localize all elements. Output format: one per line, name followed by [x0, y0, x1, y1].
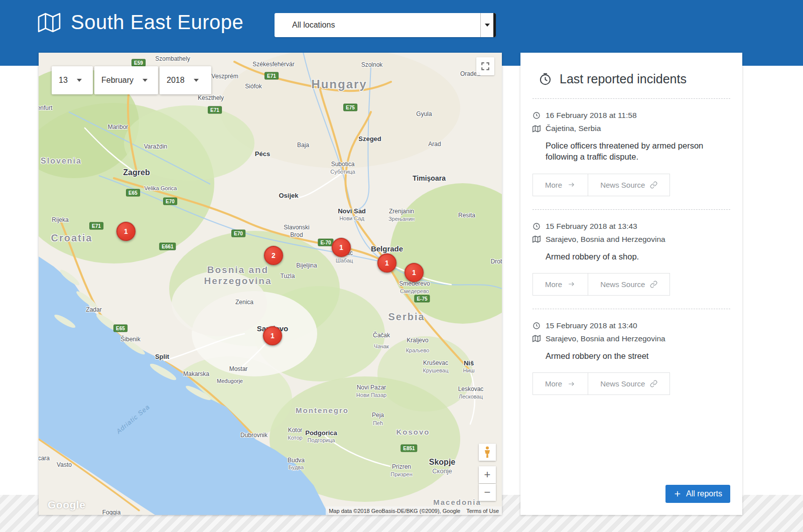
divider	[532, 309, 730, 309]
more-label: More	[545, 280, 562, 289]
marker-count: 1	[385, 259, 389, 267]
zoom-controls: + −	[479, 466, 496, 501]
incident-datetime: 16 February 2018 at 11:58	[546, 111, 637, 120]
month-value: February	[101, 76, 133, 85]
incident-cluster-marker[interactable]: 1	[332, 238, 351, 257]
brand: South East Europe	[38, 11, 243, 34]
chevron-down-icon	[77, 79, 82, 82]
map-icon	[532, 125, 541, 132]
incident-location-row: Sarajevo, Bosnia and Herzegovina	[532, 334, 730, 343]
incident-cluster-marker[interactable]: 1	[116, 222, 136, 241]
all-reports-button[interactable]: All reports	[665, 485, 730, 503]
link-icon	[650, 181, 657, 189]
clock-icon	[539, 72, 552, 86]
location-filter-value: All locations	[275, 21, 480, 30]
incident-datetime-row: 15 February 2018 at 13:40	[532, 321, 730, 330]
day-select[interactable]: 13	[52, 66, 93, 94]
location-filter-select[interactable]: All locations	[275, 13, 496, 37]
day-value: 13	[59, 76, 68, 85]
all-reports-label: All reports	[686, 489, 722, 498]
incident-datetime: 15 February 2018 at 13:40	[546, 321, 637, 330]
map-markers: 1 2 1 1 1 1	[39, 53, 502, 515]
incident-card: 16 February 2018 at 11:58 Čajetina, Serb…	[532, 111, 730, 196]
incident-description: Armed robbery of a shop.	[546, 251, 716, 262]
incidents-panel: Last reported incidents 16 February 2018…	[520, 53, 742, 515]
fullscreen-icon	[481, 62, 490, 71]
news-source-button[interactable]: News Source	[588, 373, 670, 394]
zoom-in-button[interactable]: +	[479, 466, 496, 483]
incident-cluster-marker[interactable]: 1	[263, 326, 282, 345]
incident-card: 15 February 2018 at 13:43 Sarajevo, Bosn…	[532, 222, 730, 296]
marker-count: 1	[412, 269, 416, 277]
arrow-right-icon	[567, 380, 576, 387]
clock-icon	[532, 322, 541, 330]
incident-location: Čajetina, Serbia	[546, 124, 601, 133]
news-source-label: News Source	[600, 280, 645, 289]
incident-actions: More News Source	[532, 174, 670, 196]
google-logo[interactable]: Google	[48, 499, 85, 511]
incident-location-row: Čajetina, Serbia	[532, 124, 730, 133]
incident-description: Armed robbery on the street	[546, 350, 716, 361]
month-select[interactable]: February	[94, 66, 158, 94]
date-controls: 13 February 2018	[52, 66, 211, 94]
more-label: More	[545, 181, 562, 189]
marker-count: 2	[272, 251, 276, 259]
incident-location: Sarajevo, Bosnia and Herzegovina	[546, 334, 665, 343]
news-source-button[interactable]: News Source	[588, 274, 670, 295]
divider	[532, 209, 730, 210]
incident-description: Police officers threatened by armed pers…	[546, 140, 716, 163]
map-logo-icon	[38, 13, 61, 33]
more-label: More	[545, 379, 562, 388]
attribution-text: Map data ©2018 GeoBasis-DE/BKG (©2009), …	[329, 508, 460, 514]
map-icon	[532, 235, 541, 243]
incident-datetime-row: 16 February 2018 at 11:58	[532, 111, 730, 120]
arrow-right-icon	[567, 181, 576, 188]
panel-header: Last reported incidents	[539, 72, 730, 86]
plus-icon	[674, 490, 682, 498]
arrow-right-icon	[567, 281, 576, 288]
incident-cluster-marker[interactable]: 1	[405, 263, 424, 282]
pegman-control[interactable]	[479, 444, 496, 461]
more-button[interactable]: More	[533, 174, 588, 196]
marker-count: 1	[339, 243, 343, 251]
clock-icon	[532, 111, 541, 119]
marker-count: 1	[124, 227, 128, 235]
more-button[interactable]: More	[533, 373, 588, 394]
map[interactable]: HungarySloveniaCroatiaBosnia andHerzegov…	[39, 53, 502, 515]
news-source-label: News Source	[600, 181, 645, 189]
divider	[532, 98, 730, 99]
year-select[interactable]: 2018	[160, 66, 211, 94]
clock-icon	[532, 222, 541, 230]
incident-location: Sarajevo, Bosnia and Herzegovina	[546, 235, 665, 244]
incident-actions: More News Source	[532, 273, 670, 296]
incident-card: 15 February 2018 at 13:40 Sarajevo, Bosn…	[532, 321, 730, 395]
terms-of-use-link[interactable]: Terms of Use	[466, 508, 499, 514]
link-icon	[650, 281, 657, 288]
incident-actions: More News Source	[532, 372, 670, 395]
link-icon	[650, 380, 657, 387]
news-source-button[interactable]: News Source	[588, 174, 670, 196]
pegman-icon	[484, 446, 491, 458]
fullscreen-button[interactable]	[476, 57, 494, 75]
news-source-label: News Source	[600, 379, 645, 388]
marker-count: 1	[271, 332, 275, 340]
more-button[interactable]: More	[533, 274, 588, 295]
incident-datetime: 15 February 2018 at 13:43	[546, 222, 637, 231]
zoom-out-button[interactable]: −	[479, 484, 496, 501]
app-title: South East Europe	[71, 11, 243, 34]
panel-title: Last reported incidents	[560, 72, 687, 86]
select-edge	[493, 13, 496, 37]
map-icon	[532, 335, 541, 342]
incident-cluster-marker[interactable]: 2	[264, 246, 283, 265]
chevron-down-icon	[194, 79, 199, 82]
incident-location-row: Sarajevo, Bosnia and Herzegovina	[532, 235, 730, 244]
incident-datetime-row: 15 February 2018 at 13:43	[532, 222, 730, 231]
chevron-down-icon	[480, 13, 493, 37]
incident-cluster-marker[interactable]: 1	[377, 253, 396, 273]
chevron-down-icon	[143, 79, 148, 82]
year-value: 2018	[167, 76, 185, 85]
map-attribution: Map data ©2018 GeoBasis-DE/BKG (©2009), …	[326, 506, 502, 515]
